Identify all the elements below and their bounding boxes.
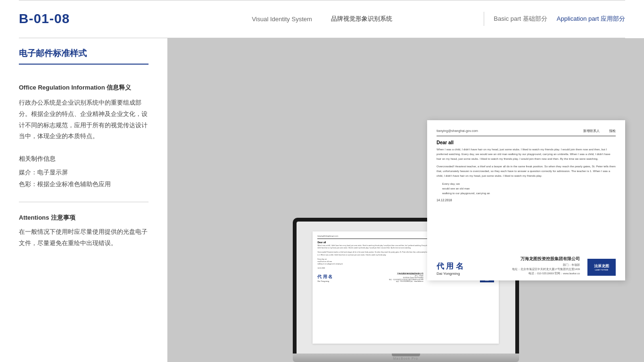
related-media: 媒介：电子显示屏 (19, 167, 149, 179)
section-heading: Office Regulation Information 信息释义 (19, 83, 149, 92)
email-preview-body-quote: Every day, we would see an old man walki… (442, 181, 616, 196)
header-divider (484, 12, 484, 26)
email-preview-date: 14.12.2018 (437, 198, 616, 202)
email-preview-logo: 法涿龙图 LAW·TOTEM (587, 259, 616, 276)
header-center: Visual Identity System 品牌视觉形象识别系统 (252, 15, 392, 23)
email-preview-body-1: When I was a child, I didn't have hair o… (437, 147, 616, 162)
laptop-base: MacBook Pro (293, 354, 519, 362)
email-company-dept: 部门：市场部 (512, 263, 580, 267)
email-company-name-large: 万海龙图投资控股集团有限公司 (512, 256, 580, 262)
email-preview-name-cn: 代 用 名 (437, 262, 463, 272)
email-preview-footer: 代 用 名 Dai Yongming 万海龙图投资控股集团有限公司 部门：市场部… (427, 251, 625, 280)
email-preview-tabs: 新增联系人 报检 (583, 129, 616, 133)
email-preview-tab1: 新增联系人 (583, 129, 600, 133)
email-company-addr-small: 部门：市场部 职务/职称: Group Vice President 地址：北京… (389, 275, 423, 282)
email-from-small: tianying@shanghai-gov.com (317, 235, 338, 237)
sidebar-divider (19, 202, 149, 202)
logo-en-small: LAW·TOTEM (480, 282, 494, 284)
vis-system-text: Visual Identity System (252, 16, 312, 23)
related-info: 相关制作信息 媒介：电子显示屏 色彩：根据企业标准色辅助色应用 (19, 155, 149, 190)
email-name-cn-small: 代 用 名 (317, 274, 332, 280)
laptop-brand-label: MacBook Pro (393, 357, 418, 360)
logo-inner-large: 法涿龙图 LAW·TOTEM (594, 263, 609, 271)
sidebar: 电子邮件标准样式 Office Regulation Information 信… (0, 38, 167, 362)
attentions-heading: Attentions 注意事项 (19, 214, 149, 222)
content-area: tianying@shanghai-gov.com 新增联系人 报检 Dear … (167, 38, 644, 362)
header-right: Basic part 基础部分 Application part 应用部分 (484, 12, 625, 26)
email-company-small: 万海龙图投资控股集团有限公司 部门：市场部 职务/职称: Group Vice … (389, 272, 423, 282)
logo-en-large: LAW·TOTEM (595, 269, 608, 271)
email-preview-from: tianying@shanghai-gov.com (437, 129, 478, 132)
email-preview-header: tianying@shanghai-gov.com 新增联系人 报检 (437, 129, 616, 136)
related-title: 相关制作信息 (19, 155, 149, 163)
email-preview-name-en: Dai Yongming (437, 272, 463, 276)
email-company-text: 万海龙图投资控股集团有限公司 部门：市场部 地址：北京市海淀区中关村龙大厦17号… (512, 256, 580, 275)
laptop-notch (392, 354, 420, 356)
email-company-block: 万海龙图投资控股集团有限公司 部门：市场部 地址：北京市海淀区中关村龙大厦17号… (512, 256, 616, 275)
email-name-block-small: 代 用 名 Dai Yongming (317, 274, 332, 282)
attentions-body: 在一般情况下使用时应尽量使用提供的光盘电子文件，尽量避免在重绘中出现错误。 (19, 227, 149, 249)
section-body: 行政办公系统是企业识别系统中的重要组成部分。根据企业的特点、企业精神及企业文化，… (19, 98, 149, 142)
email-company-phone: 电话：010-53519669 官网：www.lawksr.co (512, 272, 580, 276)
email-company-address: 地址：北京市海淀区中关村龙大厦17号集团代位置1409 (512, 267, 580, 272)
email-name-pinyin-small: Dai Yongming (317, 280, 332, 282)
sidebar-title: 电子邮件标准样式 (19, 48, 149, 65)
email-preview-large: tianying@shanghai-gov.com 新增联系人 报检 Dear … (427, 120, 625, 280)
header: B-01-08 Visual Identity System 品牌视觉形象识别系… (0, 0, 644, 38)
brand-text: 品牌视觉形象识别系统 (331, 15, 392, 23)
page-id: B-01-08 (19, 11, 170, 26)
email-preview-tab2: 报检 (609, 129, 616, 133)
email-preview-salutation: Dear all (437, 140, 616, 145)
header-top-line (19, 0, 625, 0)
header-left: B-01-08 (19, 11, 170, 26)
email-preview-body-2: Overcrowded! Heaviest teacher, a thief a… (437, 164, 616, 179)
main-content: 电子邮件标准样式 Office Regulation Information 信… (0, 38, 644, 362)
related-color: 色彩：根据企业标准色辅助色应用 (19, 179, 149, 190)
app-part-text: Application part 应用部分 (557, 15, 625, 23)
basic-part-text: Basic part 基础部分 (494, 15, 547, 23)
logo-cn-large: 法涿龙图 (594, 263, 609, 269)
email-preview-name-block: 代 用 名 Dai Yongming (437, 262, 463, 276)
